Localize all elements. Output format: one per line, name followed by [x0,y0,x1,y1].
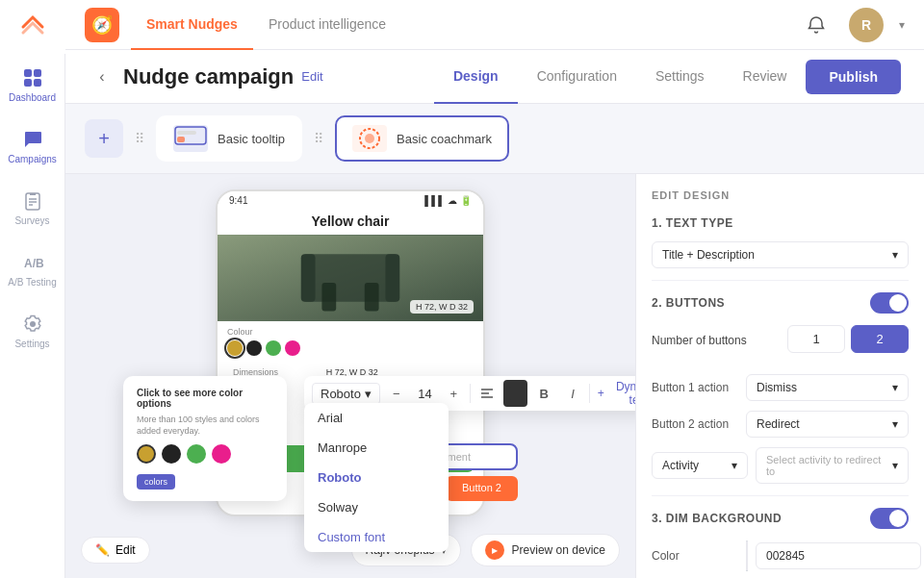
buttons-section-header: 2. BUTTONS [652,292,909,314]
dim-background-toggle[interactable] [870,508,909,529]
text-type-chevron-icon: ▾ [892,248,898,262]
button1-chevron-icon: ▾ [892,381,898,394]
add-nudge-button[interactable]: + [85,119,123,158]
page-tab-configuration[interactable]: Configuration [518,50,636,104]
page-tabs: Design Configuration Settings Review [434,50,806,104]
preview-on-device-button[interactable]: ▶ Preview on device [471,534,620,566]
button1-action-row: Button 1 action Dismiss ▾ [652,374,909,401]
sidebar-item-campaigns[interactable]: Campaigns [0,115,65,177]
page-title-row: Nudge campaign Edit [123,64,434,89]
edit-title-link[interactable]: Edit [301,69,322,84]
svg-point-13 [365,134,374,143]
svg-rect-1 [34,69,41,77]
ab-icon: A/B [22,252,43,273]
topnav-logo-text: 🧭 [91,14,113,36]
sidebar-item-surveys-label: Surveys [14,215,49,226]
font-dropdown: Arial Manrope Roboto Solway Custom font [304,403,449,552]
publish-button[interactable]: Publish [806,60,901,94]
button2-action-dropdown[interactable]: Redirect ▾ [746,411,909,438]
colour-dot-dark[interactable] [246,340,262,356]
num-buttons-label: Number of buttons [652,334,747,347]
product-image-overlay: H 72, W D 32 [410,300,474,314]
sidebar-item-dashboard[interactable]: Dashboard [0,54,65,115]
increase-font-button[interactable]: + [441,380,466,407]
more-colors-button[interactable]: colors [137,474,175,490]
color-preview-box[interactable] [746,540,748,571]
nudge-type-drag-handle-2[interactable]: ⠿ [314,131,323,146]
bold-button[interactable]: B [531,380,556,407]
page-tab-design[interactable]: Design [434,50,518,104]
plus-icon: + [598,387,604,400]
color-popup-title: Click to see more color options [137,388,273,409]
activity-redirect-dropdown[interactable]: Select activity to redirect to ▾ [756,447,909,484]
topnav-tabs: Smart Nudges Product intelligence [131,0,799,50]
topnav-tab-smart-nudges[interactable]: Smart Nudges [131,0,253,50]
align-left-button[interactable] [475,380,500,407]
page-tab-settings[interactable]: Settings [636,50,724,104]
coachmark-preview-icon [352,125,387,152]
num-buttons-1[interactable]: 1 [787,325,845,353]
activity-dropdown[interactable]: Activity ▾ [652,452,748,479]
dynamic-text-button[interactable]: + Dynamic text [594,380,635,407]
notification-button[interactable] [799,8,834,42]
color-fill-icon [509,387,523,400]
sidebar-item-abtesting[interactable]: A/B A/B Testing [0,239,65,300]
sidebar-item-settings[interactable]: Settings [0,300,65,362]
back-button[interactable]: ‹ [89,63,116,90]
colour-dot-pink[interactable] [285,340,300,356]
color-field-row: Color [652,540,909,571]
colour-dot-green[interactable] [266,340,281,356]
drag-icon-2: ⠿ [314,131,323,146]
svg-rect-3 [34,79,41,87]
main-content: 🧭 Smart Nudges Product intelligence R ▾ … [65,0,924,578]
font-option-roboto[interactable]: Roboto [304,463,449,492]
font-selector[interactable]: Roboto ▾ [312,383,380,405]
font-option-custom[interactable]: Custom font [304,522,449,552]
nudge-type-basic-tooltip[interactable]: Basic tooltip [156,115,302,162]
toolbar-separator-1 [470,384,471,403]
buttons-toggle[interactable] [870,292,909,314]
sidebar-item-surveys[interactable]: Surveys [0,177,65,239]
nudge-type-basic-coachmark[interactable]: Basic coachmark [335,115,509,162]
nudge-type-basic-coachmark-label: Basic coachmark [397,132,492,146]
nudge-type-bar: + ⠿ Basic tooltip ⠿ [65,104,924,174]
font-option-manrope[interactable]: Manrope [304,433,449,463]
button1-action-dropdown[interactable]: Dismiss ▾ [746,374,909,401]
font-chevron-icon: ▾ [365,387,372,401]
colour-dot-yellow[interactable] [227,340,243,356]
text-type-dropdown[interactable]: Title + Description ▾ [652,241,909,268]
num-buttons-selector: 1 2 [787,325,909,353]
panel-title: EDIT DESIGN [652,189,909,201]
avatar-chevron-icon[interactable]: ▾ [899,18,905,32]
svg-rect-17 [365,283,379,312]
nudge-type-drag-handle-1[interactable]: ⠿ [135,131,144,146]
sidebar: Dashboard Campaigns Surveys A/B A/B Test… [0,0,65,578]
phone-time: 9:41 [229,195,247,206]
font-option-arial[interactable]: Arial [304,403,449,433]
color-swatch-green[interactable] [187,444,206,464]
product-image: H 72, W D 32 [218,235,483,321]
edit-bar[interactable]: ✏️ Edit [81,537,150,564]
topnav-tab-product-intelligence[interactable]: Product intelligence [253,0,401,50]
colour-dots [227,340,474,356]
text-type-section: 1. TEXT TYPE [652,216,909,230]
num-buttons-2[interactable]: 2 [851,325,909,353]
activity-label: Activity [662,459,699,472]
color-swatch-pink[interactable] [212,444,231,464]
gear-icon [22,314,43,335]
sidebar-item-dashboard-label: Dashboard [9,92,56,103]
color-button[interactable] [503,380,528,407]
activity-redirect-placeholder: Select activity to redirect to [766,454,892,477]
color-swatch-dark[interactable] [162,444,181,464]
page-header: ‹ Nudge campaign Edit Design Configurati… [65,50,924,104]
buttons-section-label: 2. BUTTONS [652,296,725,310]
font-option-solway[interactable]: Solway [304,492,449,522]
color-swatch-yellow[interactable] [137,444,156,464]
nudge-button-2[interactable]: Button 2 [446,476,518,501]
content-area: 9:41 ▌▌▌ ☁ 🔋 Yellow chair [65,174,924,578]
grid-icon [22,67,43,88]
italic-button[interactable]: I [560,380,585,407]
color-hex-input[interactable] [756,542,921,569]
page-tab-review[interactable]: Review [724,50,807,104]
user-avatar[interactable]: R [849,8,884,42]
